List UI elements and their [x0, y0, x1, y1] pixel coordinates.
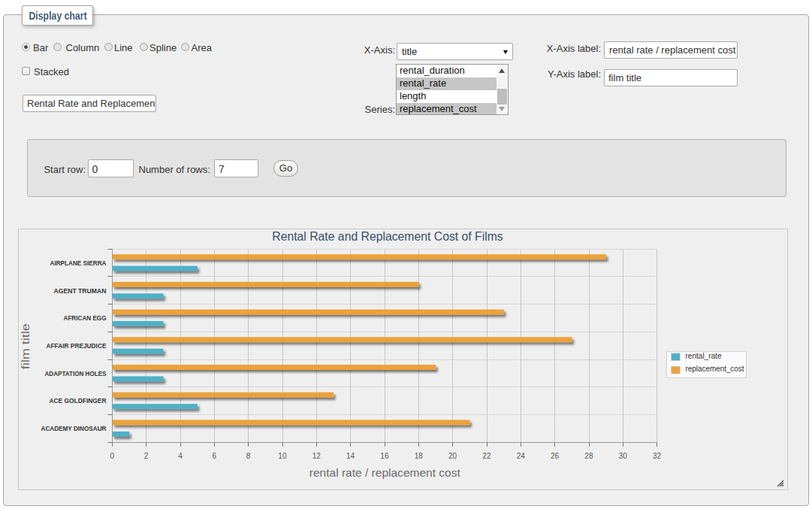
svg-text:ACADEMY DINOSAUR: ACADEMY DINOSAUR — [41, 425, 107, 432]
svg-text:14: 14 — [346, 452, 355, 460]
svg-text:rental rate / replacement cost: rental rate / replacement cost — [309, 466, 461, 479]
svg-text:24: 24 — [517, 452, 526, 460]
svg-text:replacement_cost: replacement_cost — [686, 364, 744, 373]
svg-text:6: 6 — [213, 452, 217, 460]
svg-text:AFRICAN EGG: AFRICAN EGG — [64, 314, 107, 322]
svg-text:Rental Rate and Replacement Co: Rental Rate and Replacement Cost of Film… — [272, 229, 503, 243]
svg-text:20: 20 — [448, 452, 457, 460]
svg-text:16: 16 — [380, 452, 389, 460]
svg-text:0: 0 — [110, 452, 115, 460]
svg-text:4: 4 — [178, 452, 183, 460]
svg-text:12: 12 — [312, 452, 321, 460]
svg-text:AGENT TRUMAN: AGENT TRUMAN — [54, 287, 107, 295]
svg-text:26: 26 — [551, 452, 560, 460]
svg-text:8: 8 — [246, 452, 251, 460]
svg-text:film title: film title — [19, 323, 32, 369]
svg-text:30: 30 — [619, 452, 628, 460]
svg-text:ACE GOLDFINGER: ACE GOLDFINGER — [50, 397, 107, 404]
svg-text:18: 18 — [415, 452, 424, 460]
svg-text:ADAPTATION HOLES: ADAPTATION HOLES — [45, 370, 107, 377]
svg-text:22: 22 — [482, 452, 491, 460]
svg-text:AFFAIR PREJUDICE: AFFAIR PREJUDICE — [47, 342, 107, 350]
svg-text:rental_rate: rental_rate — [686, 351, 722, 360]
svg-text:AIRPLANE SIERRA: AIRPLANE SIERRA — [50, 259, 107, 267]
svg-text:2: 2 — [144, 452, 149, 460]
svg-text:10: 10 — [278, 452, 287, 460]
svg-text:28: 28 — [584, 452, 593, 460]
svg-text:32: 32 — [653, 452, 662, 460]
